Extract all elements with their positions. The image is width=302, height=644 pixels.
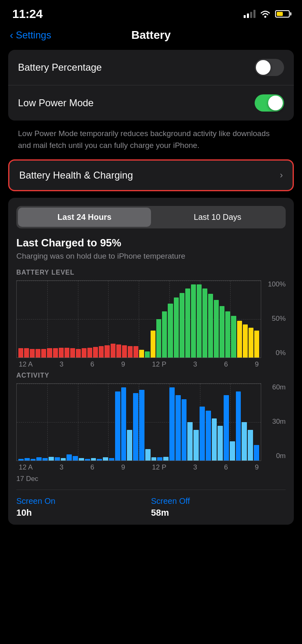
ax-label-12a: 12 A bbox=[19, 463, 33, 472]
x-label-6b: 6 bbox=[224, 360, 228, 369]
signal-icon bbox=[244, 10, 255, 18]
x-label-9b: 9 bbox=[255, 360, 258, 369]
bar-1 bbox=[18, 348, 23, 358]
bar-7 bbox=[53, 348, 58, 358]
screen-on-stat: Screen On 10h bbox=[16, 496, 151, 518]
abar-31 bbox=[200, 407, 205, 461]
screen-on-label: Screen On bbox=[16, 496, 151, 506]
abar-10 bbox=[73, 456, 78, 461]
bar-28 bbox=[174, 297, 179, 358]
battery-level-label: BATTERY LEVEL bbox=[16, 269, 286, 276]
bar-26 bbox=[162, 311, 167, 358]
battery-y-labels: 100% 50% 0% bbox=[263, 280, 286, 358]
abar-5 bbox=[42, 458, 48, 461]
bar-9 bbox=[64, 348, 69, 358]
bar-14 bbox=[93, 347, 98, 358]
abar-18 bbox=[121, 387, 127, 461]
bar-35 bbox=[214, 300, 219, 358]
abar-39 bbox=[248, 430, 253, 461]
time-option-24h[interactable]: Last 24 Hours bbox=[18, 208, 151, 227]
bar-10 bbox=[70, 348, 75, 358]
ax-label-3b: 3 bbox=[193, 463, 197, 472]
abar-35 bbox=[224, 395, 229, 461]
low-power-mode-row[interactable]: Low Power Mode bbox=[8, 85, 294, 121]
abar-6 bbox=[49, 457, 54, 461]
time-option-10d[interactable]: Last 10 Days bbox=[151, 208, 284, 227]
battery-health-row[interactable]: Battery Health & Charging › bbox=[9, 161, 293, 190]
bar-27 bbox=[168, 304, 173, 358]
activity-bars bbox=[17, 384, 261, 461]
back-label: Settings bbox=[16, 29, 51, 41]
battery-settings-group: Battery Percentage Low Power Mode bbox=[8, 50, 294, 121]
chevron-right-icon: › bbox=[280, 170, 283, 181]
ay-label-0m: 0m bbox=[276, 452, 286, 460]
abar-1 bbox=[18, 459, 24, 461]
bar-13 bbox=[87, 348, 92, 358]
battery-icon bbox=[275, 10, 290, 18]
bar-41 bbox=[249, 328, 253, 358]
x-label-12p: 12 P bbox=[152, 360, 167, 369]
status-time: 11:24 bbox=[12, 7, 42, 21]
status-icons bbox=[244, 10, 290, 18]
activity-y-labels: 60m 30m 0m bbox=[263, 383, 286, 461]
time-selector[interactable]: Last 24 Hours Last 10 Days bbox=[16, 206, 286, 228]
screen-on-value: 10h bbox=[16, 508, 151, 518]
screen-off-label: Screen Off bbox=[151, 496, 286, 506]
abar-33 bbox=[212, 418, 217, 461]
abar-28 bbox=[182, 399, 187, 461]
bar-24 bbox=[151, 331, 155, 358]
abar-40 bbox=[254, 445, 259, 461]
battery-health-label: Battery Health & Charging bbox=[19, 170, 133, 181]
battery-bars bbox=[17, 281, 261, 358]
battery-health-group[interactable]: Battery Health & Charging › bbox=[8, 159, 294, 191]
abar-21 bbox=[139, 390, 144, 461]
ay-label-30m: 30m bbox=[272, 418, 286, 426]
battery-percentage-label: Battery Percentage bbox=[18, 62, 102, 73]
back-button[interactable]: ‹ Settings bbox=[10, 29, 51, 41]
battery-chart-area bbox=[16, 280, 261, 358]
abar-32 bbox=[206, 411, 211, 461]
bar-36 bbox=[220, 306, 224, 358]
battery-x-labels: 12 A 3 6 9 12 P 3 6 9 bbox=[16, 359, 261, 370]
abar-20 bbox=[133, 393, 138, 461]
bar-17 bbox=[111, 344, 115, 358]
abar-2 bbox=[24, 458, 30, 461]
abar-36 bbox=[230, 441, 235, 461]
ax-label-6: 6 bbox=[91, 463, 94, 472]
y-label-0: 0% bbox=[275, 349, 286, 357]
screen-off-stat: Screen Off 58m bbox=[151, 496, 286, 518]
abar-24 bbox=[157, 457, 162, 461]
battery-chart-card: Last 24 Hours Last 10 Days Last Charged … bbox=[8, 198, 294, 525]
abar-30 bbox=[193, 430, 199, 461]
battery-percentage-row[interactable]: Battery Percentage bbox=[8, 50, 294, 85]
bar-25 bbox=[156, 319, 161, 358]
bar-23 bbox=[145, 351, 150, 358]
abar-17 bbox=[115, 391, 120, 461]
abar-7 bbox=[55, 457, 60, 461]
low-power-mode-description: Low Power Mode temporarily reduces backg… bbox=[8, 124, 294, 159]
toggle-knob bbox=[256, 60, 271, 75]
abar-11 bbox=[79, 458, 84, 461]
activity-x-labels: 12 A 3 6 9 12 P 3 6 9 bbox=[16, 462, 261, 473]
bar-19 bbox=[122, 345, 127, 358]
status-bar: 11:24 bbox=[0, 0, 302, 25]
abar-8 bbox=[61, 458, 66, 461]
abar-9 bbox=[67, 454, 72, 461]
bar-33 bbox=[202, 288, 207, 358]
svg-point-0 bbox=[264, 16, 266, 18]
abar-22 bbox=[145, 449, 151, 461]
x-label-6: 6 bbox=[91, 360, 94, 369]
low-power-mode-toggle[interactable] bbox=[255, 94, 284, 112]
abar-19 bbox=[127, 430, 132, 461]
abar-23 bbox=[151, 457, 157, 461]
bar-29 bbox=[180, 293, 184, 358]
battery-percentage-toggle[interactable] bbox=[255, 59, 284, 76]
bar-34 bbox=[208, 294, 213, 358]
abar-27 bbox=[175, 395, 181, 461]
page-title: Battery bbox=[131, 29, 171, 42]
battery-fill bbox=[277, 12, 283, 16]
ay-label-60m: 60m bbox=[272, 383, 286, 391]
bar-20 bbox=[128, 346, 133, 358]
nav-bar: ‹ Settings Battery bbox=[0, 25, 302, 50]
activity-chart-area bbox=[16, 383, 261, 461]
